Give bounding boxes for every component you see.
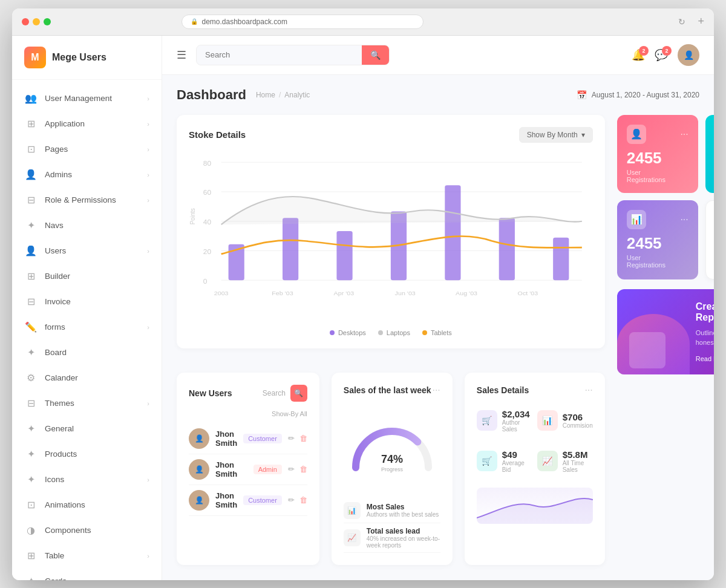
sidebar-item-themes[interactable]: ⊟ Themes › xyxy=(12,391,162,416)
delete-icon-3[interactable]: 🗑 xyxy=(299,495,307,505)
stat-card-pink: 👤 ··· 2455 UserRegistrations xyxy=(617,115,698,193)
users-search: Search 🔍 xyxy=(263,385,307,402)
sidebar-item-cards[interactable]: ✦ Cards › xyxy=(12,569,162,580)
sidebar-item-components[interactable]: ◑ Components xyxy=(12,518,162,543)
show-by-button[interactable]: Show By Month ▾ xyxy=(519,127,593,143)
window-close-dot[interactable] xyxy=(22,18,29,25)
sales-details-menu[interactable]: ··· xyxy=(584,385,592,396)
most-sales-icon: 📊 xyxy=(344,502,361,519)
nav-icon-products: ✦ xyxy=(24,448,38,461)
svg-text:40: 40 xyxy=(203,218,211,225)
legend-dot-desktops xyxy=(330,330,335,335)
notification-bell[interactable]: 🔔 2 xyxy=(632,48,645,62)
nav-icon-user-management: 👥 xyxy=(24,92,38,105)
edit-icon-2[interactable]: ✏ xyxy=(288,465,295,474)
sidebar-item-forms[interactable]: ✏️ forms › xyxy=(12,315,162,340)
page-title-section: Dashboard Home / Analytic xyxy=(177,87,310,103)
stat-card-purple-top: 📊 ··· xyxy=(627,210,688,229)
sidebar-item-application[interactable]: ⊞ Application › xyxy=(12,111,162,137)
nav-label-admins: Admins xyxy=(45,170,147,179)
svg-text:Apr '03: Apr '03 xyxy=(334,290,355,296)
sidebar-item-animations[interactable]: ⊡ Animations xyxy=(12,492,162,518)
sidebar-item-navs[interactable]: ✦ Navs xyxy=(12,213,162,238)
author-sales-icon: 🛒 xyxy=(477,410,497,431)
crm-read-more[interactable]: Read More → xyxy=(696,355,714,362)
new-users-card: New Users Search 🔍 Show-By All � xyxy=(177,373,319,565)
sidebar-item-users[interactable]: 👤 Users › xyxy=(12,238,162,264)
sidebar-item-board[interactable]: ✦ Board xyxy=(12,340,162,365)
stat-menu-pink[interactable]: ··· xyxy=(680,129,688,140)
svg-text:60: 60 xyxy=(203,189,211,195)
sales-week-title: Sales of the last week xyxy=(344,385,431,395)
crm-desc: Outlines keep you and honest indulging h… xyxy=(696,328,714,348)
svg-rect-15 xyxy=(499,218,515,280)
sales-week-menu[interactable]: ··· xyxy=(432,385,440,396)
nav-icon-animations: ⊡ xyxy=(24,498,38,512)
stat-card-purple: 📊 ··· 2455 UserRegistrations xyxy=(617,200,698,279)
delete-icon-2[interactable]: 🗑 xyxy=(299,465,307,474)
show-by-all[interactable]: Show-By All xyxy=(189,410,307,417)
crm-title: Create CRM Reports xyxy=(696,301,714,323)
sidebar-item-products[interactable]: ✦ Products xyxy=(12,442,162,467)
stat-menu-purple[interactable]: ··· xyxy=(680,214,688,225)
sales-items: 📊 Most Sales Authors with the best sales… xyxy=(344,498,440,553)
dashboard-grid: Stoke Details Show By Month ▾ 80 xyxy=(177,115,699,565)
search-input[interactable] xyxy=(197,45,362,64)
sales-detail-alltime: 📈 $5.8M All Time Sales xyxy=(537,445,593,478)
left-column: Stoke Details Show By Month ▾ 80 xyxy=(177,115,605,565)
sidebar-item-pages[interactable]: ⊡ Pages › xyxy=(12,137,162,162)
stat-cards-row: 👤 ··· 2455 UserRegistrations ⚙ ··· xyxy=(617,115,714,279)
avg-bid-amount: $49 xyxy=(502,449,530,460)
sales-detail-avg-bid: 🛒 $49 Average Bid xyxy=(477,445,530,478)
svg-text:Oct '03: Oct '03 xyxy=(518,290,538,296)
total-sales-info: Total sales lead 40% increased on week-t… xyxy=(367,527,440,549)
mini-chart xyxy=(477,488,593,524)
chart-header: Stoke Details Show By Month ▾ xyxy=(189,127,593,143)
sidebar-item-builder[interactable]: ⊞ Builder xyxy=(12,264,162,289)
sales-details-grid: 🛒 $2,034 Author Sales 📊 xyxy=(477,404,593,478)
delete-icon-1[interactable]: 🗑 xyxy=(299,434,307,443)
sidebar-item-icons[interactable]: ✦ Icons › xyxy=(12,467,162,492)
nav-label-animations: Animations xyxy=(45,500,149,509)
sidebar-item-admins[interactable]: 👤 Admins › xyxy=(12,162,162,188)
legend-laptops: Laptops xyxy=(378,329,410,336)
user-name-1: Jhon Smith xyxy=(215,430,237,448)
user-row: 👤 Jhon Smith Customer ✏ 🗑 xyxy=(189,485,307,516)
new-tab-icon[interactable]: + xyxy=(698,15,704,28)
author-sales-label: Author Sales xyxy=(502,419,530,433)
nav-arrow-role-permissions: › xyxy=(147,197,149,204)
nav-icon-calander: ⚙ xyxy=(24,371,38,385)
sidebar-item-calander[interactable]: ⚙ Calander xyxy=(12,365,162,391)
stat-card-light: 🌐 ··· 2455 UserRegistrations xyxy=(705,200,714,279)
hamburger-icon[interactable]: ☰ xyxy=(177,48,186,62)
nav-label-role-permissions: Role & Permissions xyxy=(45,195,147,204)
chart-area: 80 60 40 20 0 xyxy=(189,152,593,322)
search-button[interactable]: 🔍 xyxy=(362,45,389,65)
sidebar-item-role-permissions[interactable]: ⊟ Role & Permissions › xyxy=(12,188,162,213)
message-bell[interactable]: 💬 2 xyxy=(655,48,668,62)
users-search-button[interactable]: 🔍 xyxy=(290,385,307,402)
edit-icon-3[interactable]: ✏ xyxy=(288,495,295,505)
sidebar-item-general[interactable]: ✦ General xyxy=(12,416,162,442)
sidebar-item-table[interactable]: ⊞ Table › xyxy=(12,543,162,569)
sidebar-item-invoice[interactable]: ⊟ Invoice xyxy=(12,289,162,315)
total-sales-desc: 40% increased on week-to-week reports xyxy=(367,535,440,549)
user-actions-1: ✏ 🗑 xyxy=(288,434,307,443)
user-row: 👤 Jhon Smith Customer ✏ 🗑 xyxy=(189,423,307,454)
window-minimize-dot[interactable] xyxy=(33,18,40,25)
edit-icon-1[interactable]: ✏ xyxy=(288,434,295,443)
gauge-container: 74% Progress xyxy=(344,404,440,489)
breadcrumb-home[interactable]: Home xyxy=(256,91,275,99)
nav-label-board: Board xyxy=(45,348,149,357)
window-maximize-dot[interactable] xyxy=(44,18,51,25)
date-range-text: August 1, 2020 - August 31, 2020 xyxy=(592,91,699,99)
search-label: Search xyxy=(263,389,286,397)
chevron-down-icon: ▾ xyxy=(581,131,585,139)
svg-text:Points: Points xyxy=(189,208,196,224)
refresh-icon[interactable]: ↻ xyxy=(678,17,685,27)
nav-icon-invoice: ⊟ xyxy=(24,295,38,309)
user-avatar[interactable]: 👤 xyxy=(678,44,699,66)
sidebar-item-user-management[interactable]: 👥 User Management › xyxy=(12,86,162,111)
gauge-chart: 74% Progress xyxy=(344,416,440,477)
nav-icon-board: ✦ xyxy=(24,346,38,359)
